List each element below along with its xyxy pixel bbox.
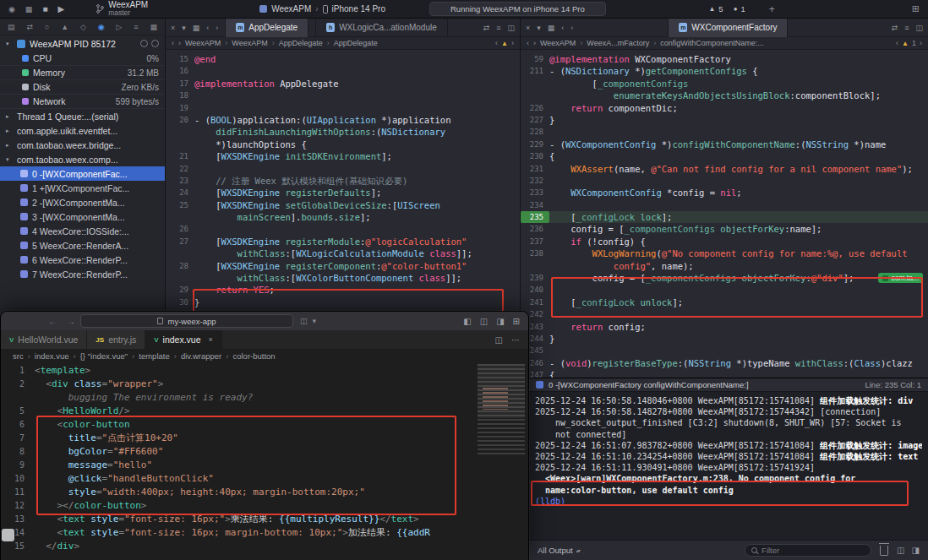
- swap-icon[interactable]: ⇄: [483, 24, 490, 32]
- breadcrumb-item[interactable]: {} "index.vue": [80, 351, 128, 361]
- issue-stepper[interactable]: ‹ ▲ ›: [495, 39, 514, 47]
- close-editor-icon[interactable]: ×: [526, 24, 530, 32]
- code-line[interactable]: 29 return YES;: [166, 284, 520, 296]
- breadcrumb-item[interactable]: WeexAPM: [540, 39, 576, 47]
- stack-frame[interactable]: 0 -[WXComponentFac...: [0, 166, 165, 181]
- run-button[interactable]: ▶: [57, 4, 64, 14]
- stack-frame[interactable]: 1 +[WXComponentFac...: [0, 181, 165, 195]
- code-line[interactable]: 237 if (!config) {: [521, 236, 928, 247]
- back-icon[interactable]: ‹: [172, 39, 174, 47]
- debug-gauge-network[interactable]: Network599 bytes/s: [0, 95, 165, 109]
- close-icon[interactable]: ×: [209, 335, 213, 344]
- output-scope-selector[interactable]: All Output ▴▾: [538, 546, 580, 555]
- code-line[interactable]: 234: [521, 199, 928, 211]
- code-line[interactable]: 10 @click="handleButtonClick": [1, 472, 528, 486]
- issue-stepper[interactable]: ‹ ▲ 1 ›: [896, 39, 922, 47]
- breadcrumb-item[interactable]: AppDelegate: [334, 39, 378, 47]
- code-line[interactable]: 243 return config;: [521, 321, 928, 333]
- code-line[interactable]: 11 style="width:400px; height:40px; marg…: [1, 486, 528, 499]
- code-line[interactable]: config", name);: [521, 260, 928, 272]
- tab-WXLogicCa...ationModule[interactable]: hWXLogicCa...ationModule: [315, 19, 448, 37]
- navigator-tab-icon[interactable]: ◇: [80, 23, 86, 31]
- code-line[interactable]: 230{: [521, 150, 928, 162]
- chevron-down-icon[interactable]: ▾: [182, 24, 186, 32]
- navigator-toggle-icon[interactable]: ▦: [25, 5, 33, 14]
- command-center[interactable]: my-weex-app: [80, 314, 293, 328]
- back-icon[interactable]: ‹: [527, 39, 529, 47]
- breadcrumb-item[interactable]: color-button: [232, 351, 275, 361]
- next-issue-icon[interactable]: ›: [920, 39, 922, 47]
- tab-HelloWorld.vue[interactable]: VHelloWorld.vue: [1, 330, 87, 349]
- code-line[interactable]: 26: [166, 223, 520, 235]
- code-line[interactable]: 16: [166, 65, 520, 77]
- breadcrumb-item[interactable]: src: [13, 351, 24, 361]
- tab-AppDelegate[interactable]: mAppDelegate: [225, 19, 308, 37]
- disclosure-triangle[interactable]: ▸: [6, 113, 13, 120]
- code-line[interactable]: mainScreen].bounds.size];: [166, 211, 520, 223]
- list-icon[interactable]: ≡: [496, 24, 500, 32]
- stack-frame[interactable]: 6 WeexCore::RenderP...: [0, 253, 165, 267]
- code-line[interactable]: 242: [521, 308, 928, 320]
- breadcrumb-item[interactable]: configWithComponentName:...: [660, 39, 764, 47]
- debug-gauge-disk[interactable]: DiskZero KB/s: [0, 80, 165, 95]
- code-line[interactable]: 6 <color-button: [1, 418, 528, 432]
- split-editor-icon[interactable]: ◫: [507, 24, 515, 32]
- code-line[interactable]: enumerateKeysAndObjectsUsingBlock:compon…: [521, 90, 928, 101]
- disclosure-triangle[interactable]: ▸: [6, 142, 13, 149]
- swap-icon[interactable]: ⇄: [892, 24, 898, 32]
- code-line[interactable]: 25 [WXSDKEngine setGlobalDeviceSize:[UIS…: [166, 199, 520, 211]
- code-line[interactable]: 240: [521, 284, 928, 296]
- thread-row[interactable]: ▸Thread 1 Queue:...(serial): [0, 109, 165, 123]
- back-icon[interactable]: ‹: [561, 24, 564, 32]
- list-icon[interactable]: ≡: [904, 24, 909, 32]
- code-line[interactable]: 27 [WXSDKEngine registerModule:@"logicCa…: [166, 236, 520, 247]
- tab-index.vue[interactable]: Vindex.vue×: [145, 330, 222, 349]
- prev-issue-icon[interactable]: ‹: [495, 39, 498, 47]
- code-line[interactable]: 238 WXLogWarning(@"No component config f…: [521, 247, 928, 259]
- view-process-button[interactable]: [151, 40, 159, 47]
- code-line[interactable]: 229- (WXComponentConfig *)configWithComp…: [521, 139, 928, 150]
- prev-issue-icon[interactable]: ‹: [896, 39, 898, 47]
- code-line[interactable]: 14 <text style="font-size: 16px; margin-…: [1, 526, 528, 540]
- code-line[interactable]: 9 message="hello": [1, 459, 528, 472]
- code-line[interactable]: 28 [WXSDKEngine registerComponent:@"colo…: [166, 260, 520, 272]
- code-line[interactable]: 211- (NSDictionary *)getComponentConfigs…: [521, 65, 928, 77]
- next-issue-icon[interactable]: ›: [511, 39, 514, 47]
- split-editor-icon[interactable]: ◫: [915, 24, 923, 32]
- thread-row[interactable]: ▾com.taobao.weex.comp...: [0, 152, 165, 166]
- forward-arrow-icon[interactable]: →: [67, 317, 75, 326]
- code-line[interactable]: 227}: [521, 114, 928, 126]
- layout-toggle-icon[interactable]: ◫: [480, 317, 488, 326]
- navigator-tab-icon[interactable]: ▲: [61, 23, 68, 31]
- code-line[interactable]: 18: [166, 90, 520, 101]
- disclosure-triangle[interactable]: ▸: [6, 128, 13, 134]
- code-line[interactable]: 241 [_configLock unlock];: [521, 296, 928, 308]
- code-line[interactable]: 236 config = [_componentConfigs objectFo…: [521, 223, 928, 235]
- forward-icon[interactable]: ›: [570, 24, 573, 32]
- grid-icon[interactable]: ▦: [193, 24, 200, 32]
- stack-frame[interactable]: 2 -[WXComponentMa...: [0, 195, 165, 209]
- clear-console-button[interactable]: [880, 546, 888, 556]
- dock-window-icon[interactable]: [2, 529, 14, 541]
- navigator-tab-icon[interactable]: ≡: [134, 23, 138, 31]
- breadcrumb-item[interactable]: AppDelegate: [279, 39, 323, 47]
- code-line[interactable]: 15@end: [166, 53, 520, 65]
- split-console-icon[interactable]: ◫: [897, 546, 904, 555]
- breadcrumb-item[interactable]: WeexAPM: [232, 39, 267, 47]
- more-actions-icon[interactable]: ⋯: [511, 335, 520, 345]
- debug-gauge-cpu[interactable]: CPU0%: [0, 52, 165, 66]
- code-line[interactable]: 21 [WXSDKEngine initSDKEnvironment];: [166, 150, 520, 162]
- tab-WXComponentFactory[interactable]: mWXComponentFactory: [668, 19, 788, 37]
- code-line[interactable]: didFinishLaunchingWithOptions:(NSDiction…: [166, 126, 520, 138]
- code-line[interactable]: 1<template>: [1, 364, 528, 378]
- navigator-tab-icon[interactable]: ▷: [116, 23, 122, 31]
- grid-icon[interactable]: ▦: [548, 24, 555, 32]
- code-area-wxcomponentfactory[interactable]: 59@implementation WXComponentFactory211-…: [521, 50, 928, 382]
- add-editor-icon[interactable]: +: [769, 3, 775, 15]
- pause-process-button[interactable]: [140, 40, 148, 47]
- split-editor-icon[interactable]: ◫: [495, 335, 503, 345]
- code-line[interactable]: 19: [166, 102, 520, 114]
- disclosure-triangle[interactable]: ▾: [6, 41, 13, 47]
- code-line[interactable]: 7 title="点击计算10+20": [1, 432, 528, 445]
- back-arrow-icon[interactable]: ←: [48, 317, 57, 326]
